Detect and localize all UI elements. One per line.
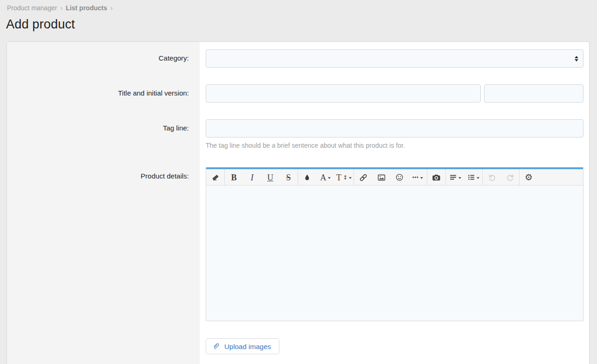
paperclip-icon xyxy=(212,342,220,351)
breadcrumb: Product manager › List products › xyxy=(7,4,597,12)
category-label: Category: xyxy=(7,49,200,62)
chevron-down-icon xyxy=(458,177,461,179)
gear-icon: ⚙ xyxy=(525,173,533,182)
breadcrumb-separator-icon: › xyxy=(111,4,113,12)
more-formats-dropdown[interactable]: ••• xyxy=(409,169,427,185)
version-input[interactable] xyxy=(484,84,583,103)
chevron-down-icon xyxy=(420,177,423,179)
upload-images-button[interactable]: Upload images xyxy=(206,338,279,354)
emoji-button[interactable] xyxy=(390,169,409,185)
page-title: Add product xyxy=(6,17,597,32)
camera-button[interactable] xyxy=(427,169,445,185)
breadcrumb-separator-icon: › xyxy=(60,4,62,12)
details-row: Product details: B I xyxy=(7,167,589,321)
strikethrough-button[interactable]: S xyxy=(279,169,298,185)
rich-text-editor: B I U S xyxy=(206,167,583,321)
add-product-form: Category: Title and initial version: Tag… xyxy=(7,41,590,364)
align-icon xyxy=(449,173,457,181)
editor-toolbar: B I U S xyxy=(206,169,583,185)
title-input[interactable] xyxy=(206,84,481,103)
redo-button[interactable] xyxy=(501,169,519,185)
category-select[interactable] xyxy=(206,49,583,68)
italic-glyph: I xyxy=(251,173,254,182)
list-dropdown[interactable] xyxy=(464,169,482,185)
details-label: Product details: xyxy=(7,167,200,180)
link-icon xyxy=(359,173,368,182)
paragraph-align-dropdown[interactable] xyxy=(446,169,464,185)
remove-format-button[interactable] xyxy=(206,169,224,185)
eraser-icon xyxy=(211,173,219,181)
strikethrough-glyph: S xyxy=(286,173,291,182)
insert-link-button[interactable] xyxy=(354,169,372,185)
chevron-down-icon xyxy=(349,177,352,179)
list-icon xyxy=(467,173,475,181)
tagline-help-text: The tag line should be a brief sentence … xyxy=(206,142,583,149)
smiley-icon xyxy=(396,173,403,181)
breadcrumb-item-product-manager[interactable]: Product manager xyxy=(7,4,57,12)
font-size-dropdown[interactable]: T ↕ xyxy=(334,169,354,185)
underline-button[interactable]: U xyxy=(261,169,279,185)
italic-button[interactable]: I xyxy=(243,169,261,185)
underline-glyph: U xyxy=(267,173,273,182)
chevron-down-icon xyxy=(328,177,331,179)
font-color-dropdown[interactable]: A xyxy=(316,169,334,185)
redo-icon xyxy=(506,173,514,182)
settings-button[interactable]: ⚙ xyxy=(520,169,538,185)
undo-icon xyxy=(488,173,496,182)
breadcrumb-item-list-products[interactable]: List products xyxy=(66,4,107,12)
title-version-row: Title and initial version: xyxy=(7,84,589,103)
image-icon xyxy=(377,173,386,182)
droplet-icon xyxy=(304,174,311,181)
tagline-row: Tag line: The tag line should be a brief… xyxy=(7,119,589,149)
font-color-glyph: A xyxy=(320,173,326,182)
ellipsis-icon: ••• xyxy=(412,175,419,180)
text-color-button[interactable] xyxy=(298,169,316,185)
insert-image-button[interactable] xyxy=(372,169,390,185)
undo-button[interactable] xyxy=(483,169,501,185)
camera-icon xyxy=(432,173,441,182)
upload-images-label: Upload images xyxy=(224,343,271,350)
bold-button[interactable]: B xyxy=(225,169,243,185)
category-row: Category: xyxy=(7,49,589,68)
upload-row: Upload images xyxy=(7,338,589,354)
font-size-glyph: T xyxy=(336,173,341,182)
tagline-input[interactable] xyxy=(206,119,583,137)
updown-arrow-icon: ↕ xyxy=(343,174,347,181)
details-editor-area[interactable] xyxy=(206,185,583,321)
title-version-label: Title and initial version: xyxy=(7,84,200,97)
tagline-label: Tag line: xyxy=(7,119,200,132)
bold-glyph: B xyxy=(231,173,236,182)
chevron-down-icon xyxy=(477,177,479,179)
